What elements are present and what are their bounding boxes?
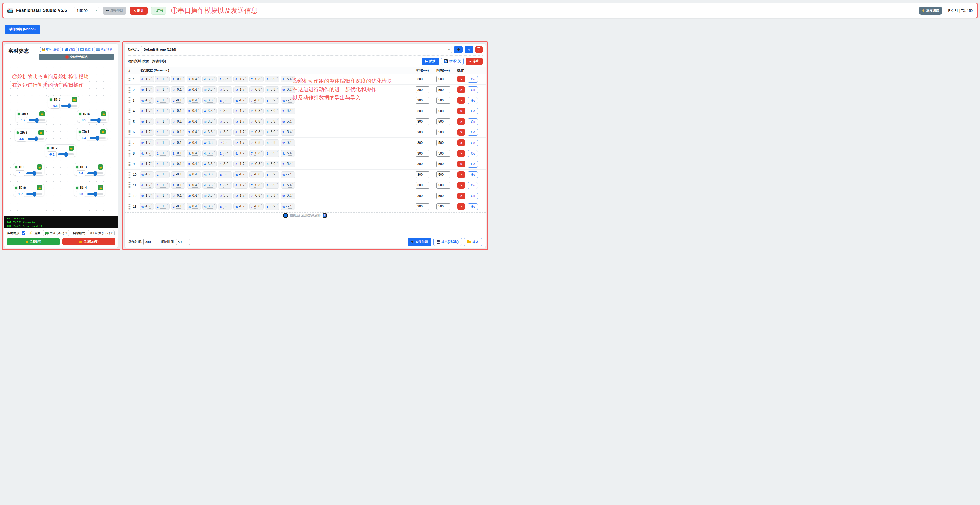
pose-badge[interactable]: 3:0.4° (187, 140, 201, 146)
pose-badge[interactable]: 7:-0.8° (249, 86, 264, 93)
pose-badge[interactable]: 7:-0.8° (249, 150, 264, 157)
frame-interval-input[interactable] (436, 172, 450, 178)
frame-time-input[interactable] (415, 76, 430, 83)
pose-badge[interactable]: 1:1° (155, 203, 169, 210)
delete-frame-button[interactable]: × (458, 193, 465, 199)
go-frame-button[interactable]: Go (468, 76, 478, 83)
frame-time-input[interactable] (415, 161, 430, 167)
toolbar-layout-lock-button[interactable]: 布局: 解锁 (40, 46, 61, 52)
frame-interval-input[interactable] (436, 193, 450, 199)
pose-badge[interactable]: 8:8.9° (265, 182, 279, 189)
pose-badge[interactable]: 7:-0.8° (249, 118, 264, 125)
pose-badge[interactable]: 3:0.4° (187, 182, 201, 189)
pose-badge[interactable]: 5:3.6° (218, 108, 232, 114)
interval-time-input[interactable] (176, 239, 190, 245)
pose-badge[interactable]: 4:3.3° (202, 150, 216, 157)
drag-handle-icon[interactable]: ≡≡≡ (128, 172, 133, 178)
pose-badge[interactable]: 1:1° (155, 150, 169, 157)
pose-badge[interactable]: 3:0.4° (187, 108, 201, 114)
slider-thumb[interactable] (32, 171, 36, 176)
pose-badge[interactable]: 1:1° (155, 160, 169, 167)
edit-group-button[interactable]: ✎ (465, 46, 473, 53)
pose-badge[interactable]: 3:0.4° (187, 150, 201, 157)
servo-card[interactable]: ID:6 -1.7 (16, 110, 47, 122)
pose-badge[interactable]: 9:-6.4° (281, 76, 295, 83)
drag-handle-icon[interactable]: ≡≡≡ (128, 193, 133, 199)
drag-handle-icon[interactable]: ≡≡≡ (128, 108, 133, 114)
delete-frame-button[interactable]: × (458, 203, 465, 210)
pose-badge[interactable]: 1:1° (155, 108, 169, 114)
pose-badge[interactable]: 1:1° (155, 172, 169, 178)
servo-card[interactable]: ID:4 3.3 (74, 184, 105, 197)
pose-badge[interactable]: 5:3.6° (218, 193, 232, 199)
slider-thumb[interactable] (94, 171, 97, 176)
servo-lock-button[interactable] (68, 146, 74, 151)
pose-badge[interactable]: 0:-1.7° (140, 193, 154, 199)
servo-lock-button[interactable] (72, 97, 77, 102)
drag-handle-icon[interactable]: ≡≡≡ (128, 150, 133, 157)
servo-card[interactable]: ID:9 -6.4 (76, 128, 108, 140)
pose-badge[interactable]: 2:-0.1° (171, 97, 185, 103)
servo-angle-slider[interactable] (29, 119, 45, 121)
pose-badge[interactable]: 1:1° (155, 193, 169, 199)
go-frame-button[interactable]: Go (468, 172, 478, 178)
servo-angle-slider[interactable] (91, 119, 106, 121)
pose-badge[interactable]: 2:-0.1° (171, 76, 185, 83)
pose-badge[interactable]: 3:0.4° (187, 118, 201, 125)
frame-interval-input[interactable] (436, 129, 450, 135)
servo-card[interactable]: ID:0 -1.7 (13, 184, 44, 197)
servo-angle-slider[interactable] (87, 172, 103, 174)
pose-badge[interactable]: 0:-1.7° (140, 140, 154, 146)
drag-handle-icon[interactable]: ≡≡≡ (128, 203, 133, 210)
slider-thumb[interactable] (67, 103, 71, 108)
stop-button[interactable]: ■ 停止 (466, 57, 482, 65)
delete-frame-button[interactable]: × (458, 97, 465, 103)
pose-badge[interactable]: 5:3.6° (218, 140, 232, 146)
pose-badge[interactable]: 0:-1.7° (140, 86, 154, 93)
unlock-mode-select[interactable]: 停止卸力 (Free) ∨ (88, 230, 115, 236)
add-group-button[interactable]: ✚ (454, 46, 463, 53)
frame-time-input[interactable] (415, 203, 430, 210)
pose-badge[interactable]: 1:1° (155, 129, 169, 136)
pose-badge[interactable]: 4:3.3° (202, 86, 216, 93)
slider-thumb[interactable] (35, 118, 39, 123)
servo-angle-slider[interactable] (58, 154, 74, 155)
pose-badge[interactable]: 0:-1.7° (140, 129, 154, 136)
frame-interval-input[interactable] (436, 76, 450, 83)
pose-badge[interactable]: 4:3.3° (202, 118, 216, 125)
slider-thumb[interactable] (94, 192, 97, 197)
pose-badge[interactable]: 5:3.6° (218, 182, 232, 189)
loop-toggle-button[interactable]: ↻ 循环: 关 (441, 57, 464, 65)
frame-time-input[interactable] (415, 97, 430, 103)
pose-badge[interactable]: 4:3.3° (202, 76, 216, 83)
pose-badge[interactable]: 7:-0.8° (249, 140, 264, 146)
pose-badge[interactable]: 9:-6.4° (281, 150, 295, 157)
frame-interval-input[interactable] (436, 182, 450, 189)
pose-badge[interactable]: 6:-1.7° (234, 76, 248, 83)
pose-badge[interactable]: 4:3.3° (202, 97, 216, 103)
toolbar-scan-button[interactable]: ↻扫描 (62, 46, 77, 52)
frame-time-input[interactable] (415, 129, 430, 135)
pose-badge[interactable]: 6:-1.7° (234, 140, 248, 146)
import-button[interactable]: 导入 (464, 238, 482, 246)
servo-lock-button[interactable] (37, 185, 42, 191)
pose-badge[interactable]: 4:3.3° (202, 129, 216, 136)
frame-time-input[interactable] (415, 118, 430, 125)
slider-thumb[interactable] (34, 137, 38, 141)
servo-lock-button[interactable] (101, 111, 106, 116)
pose-badge[interactable]: 0:-1.7° (140, 76, 154, 83)
pose-badge[interactable]: 6:-1.7° (234, 150, 248, 157)
frame-interval-input[interactable] (436, 161, 450, 167)
pose-badge[interactable]: 9:-6.4° (281, 86, 295, 93)
pose-badge[interactable]: 3:0.4° (187, 193, 201, 199)
pose-badge[interactable]: 5:3.6° (218, 172, 232, 178)
drag-handle-icon[interactable]: ≡≡≡ (128, 76, 133, 83)
servo-lock-button[interactable] (40, 111, 45, 116)
pose-badge[interactable]: 3:0.4° (187, 86, 201, 93)
pose-badge[interactable]: 8:8.9° (265, 86, 279, 93)
connect-serial-button[interactable]: ✒ 连接串口 (103, 6, 126, 14)
servo-lock-button[interactable] (98, 185, 103, 191)
pose-badge[interactable]: 0:-1.7° (140, 97, 154, 103)
slider-thumb[interactable] (97, 118, 100, 123)
pose-badge[interactable]: 6:-1.7° (234, 86, 248, 93)
